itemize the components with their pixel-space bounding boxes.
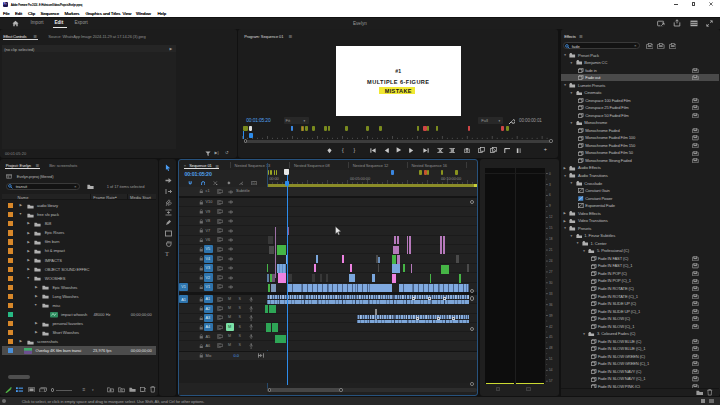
svg-text:24: 24 [549,259,553,263]
svg-text:3: 3 [549,182,551,186]
svg-text:18: 18 [549,237,553,241]
svg-text:33: 33 [549,291,553,295]
svg-text:6: 6 [549,193,551,197]
svg-text:54: 54 [549,368,553,372]
svg-text:39: 39 [549,313,553,317]
svg-text:57: 57 [549,379,553,383]
svg-text:48: 48 [549,346,553,350]
svg-text:12: 12 [549,215,553,219]
svg-text:9: 9 [549,204,551,208]
svg-text:CC: CC [252,181,256,185]
svg-text:27: 27 [549,270,553,274]
svg-text:51: 51 [549,357,553,361]
svg-text:42: 42 [549,324,553,328]
svg-text:0: 0 [549,171,551,175]
svg-text:45: 45 [549,335,553,339]
svg-text:21: 21 [549,248,553,252]
svg-text:36: 36 [549,302,553,306]
svg-text:15: 15 [549,226,553,230]
svg-text:30: 30 [549,280,553,284]
